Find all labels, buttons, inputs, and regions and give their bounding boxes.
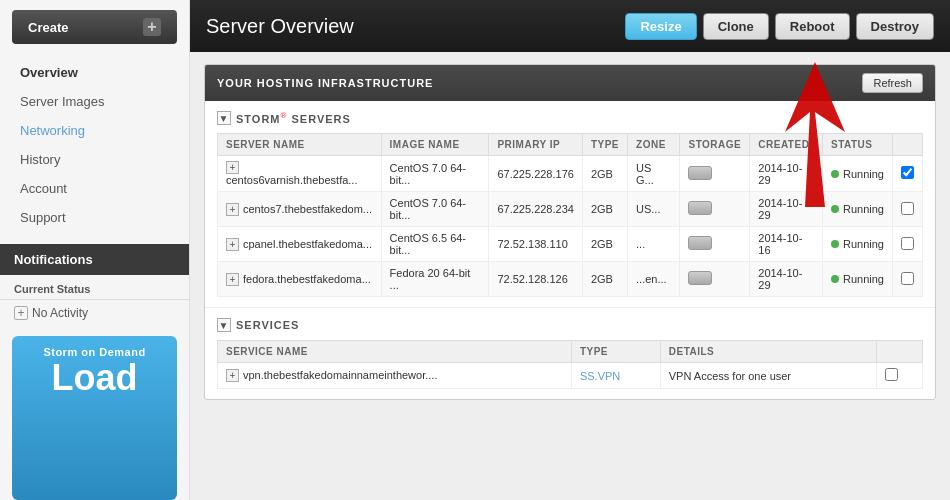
image-name-cell: Fedora 20 64-bit ... <box>381 262 489 297</box>
sidebar-nav: Overview Server Images Networking Histor… <box>0 54 189 236</box>
server-name-cell: +centos7.thebestfakedom... <box>218 192 382 227</box>
row-expand[interactable]: + <box>226 203 239 216</box>
page-title: Server Overview <box>206 15 354 38</box>
zone-cell: ... <box>628 227 680 262</box>
col-storage: STORAGE <box>680 134 750 156</box>
notifications-header: Notifications <box>0 244 189 275</box>
table-row: +fedora.thebestfakedoma... Fedora 20 64-… <box>218 262 923 297</box>
type-cell: 2GB <box>582 192 627 227</box>
image-name-cell: CentOS 6.5 64-bit... <box>381 227 489 262</box>
infra-title: YOUR HOSTING INFRASTRUCTURE <box>217 77 433 89</box>
current-status-label: Current Status <box>0 275 189 300</box>
sidebar-item-networking[interactable]: Networking <box>0 116 189 145</box>
clone-button[interactable]: Clone <box>703 13 769 40</box>
row-checkbox[interactable] <box>901 202 914 215</box>
status-dot <box>831 205 839 213</box>
row-checkbox[interactable] <box>901 166 914 179</box>
col-server-name: SERVER NAME <box>218 134 382 156</box>
create-plus-icon: + <box>143 18 161 36</box>
ip-cell: 72.52.128.126 <box>489 262 582 297</box>
service-checkbox[interactable] <box>885 368 898 381</box>
storage-icon <box>688 166 712 180</box>
created-cell: 2014-10-16 <box>750 227 823 262</box>
row-expand[interactable]: + <box>226 273 239 286</box>
table-row: +centos6varnish.thebestfa... CentOS 7.0 … <box>218 156 923 192</box>
status-dot <box>831 240 839 248</box>
storage-cell <box>680 262 750 297</box>
row-checkbox[interactable] <box>901 237 914 250</box>
status-cell: Running <box>822 262 892 297</box>
row-expand[interactable]: + <box>226 238 239 251</box>
col-service-name: SERVICE NAME <box>218 341 572 363</box>
main-header: Server Overview Resize Clone Reboot Dest… <box>190 0 950 52</box>
header-actions: Resize Clone Reboot Destroy <box>625 13 934 40</box>
image-name-cell: CentOS 7.0 64-bit... <box>381 156 489 192</box>
no-activity-expand[interactable]: + <box>14 306 28 320</box>
col-select <box>892 134 922 156</box>
checkbox-cell <box>892 192 922 227</box>
status-cell: Running <box>822 192 892 227</box>
zone-cell: ...en... <box>628 262 680 297</box>
resize-button[interactable]: Resize <box>625 13 696 40</box>
main-content: Server Overview Resize Clone Reboot Dest… <box>190 0 950 500</box>
ip-cell: 67.225.228.176 <box>489 156 582 192</box>
col-zone: ZONE <box>628 134 680 156</box>
sidebar-item-overview[interactable]: Overview <box>0 58 189 87</box>
col-status: STATUS <box>822 134 892 156</box>
storage-cell <box>680 192 750 227</box>
status-dot <box>831 170 839 178</box>
table-row: +centos7.thebestfakedom... CentOS 7.0 64… <box>218 192 923 227</box>
row-checkbox[interactable] <box>901 272 914 285</box>
checkbox-cell <box>892 227 922 262</box>
sidebar-item-account[interactable]: Account <box>0 174 189 203</box>
col-service-select <box>876 341 923 363</box>
col-primary-ip: PRIMARY IP <box>489 134 582 156</box>
type-cell: 2GB <box>582 262 627 297</box>
service-checkbox-cell <box>876 363 923 389</box>
sidebar: Create + Overview Server Images Networki… <box>0 0 190 500</box>
col-service-type: TYPE <box>571 341 660 363</box>
created-cell: 2014-10-29 <box>750 156 823 192</box>
table-row: +cpanel.thebestfakedoma... CentOS 6.5 64… <box>218 227 923 262</box>
refresh-button[interactable]: Refresh <box>862 73 923 93</box>
storage-icon <box>688 236 712 250</box>
ip-cell: 67.225.228.234 <box>489 192 582 227</box>
type-cell: 2GB <box>582 156 627 192</box>
reboot-button[interactable]: Reboot <box>775 13 850 40</box>
col-created: CREATED <box>750 134 823 156</box>
checkbox-cell <box>892 262 922 297</box>
storage-cell <box>680 227 750 262</box>
type-cell: 2GB <box>582 227 627 262</box>
status-cell: Running <box>822 156 892 192</box>
sidebar-item-history[interactable]: History <box>0 145 189 174</box>
col-type: TYPE <box>582 134 627 156</box>
no-activity: + No Activity <box>0 300 189 326</box>
created-cell: 2014-10-29 <box>750 262 823 297</box>
server-name-cell: +cpanel.thebestfakedoma... <box>218 227 382 262</box>
server-name-cell: +centos6varnish.thebestfa... <box>218 156 382 192</box>
table-row: +vpn.thebestfakedomainnameinthewor.... S… <box>218 363 923 389</box>
row-expand[interactable]: + <box>226 369 239 382</box>
create-button[interactable]: Create + <box>12 10 177 44</box>
services-section: ▼ SERVICES SERVICE NAME TYPE DETAILS <box>205 308 935 399</box>
storage-cell <box>680 156 750 192</box>
storm-banner: Storm on Demand Load <box>12 336 177 500</box>
storm-servers-section: ▼ STORM® SERVERS SERVER NAME IMAGE NAME … <box>205 101 935 308</box>
checkbox-cell <box>892 156 922 192</box>
storage-icon <box>688 201 712 215</box>
services-table: SERVICE NAME TYPE DETAILS +vpn.thebestfa… <box>217 340 923 389</box>
status-dot <box>831 275 839 283</box>
storm-toggle[interactable]: ▼ <box>217 111 231 125</box>
destroy-button[interactable]: Destroy <box>856 13 934 40</box>
storm-servers-title: ▼ STORM® SERVERS <box>217 111 923 125</box>
col-image-name: IMAGE NAME <box>381 134 489 156</box>
zone-cell: US G... <box>628 156 680 192</box>
col-service-details: DETAILS <box>660 341 876 363</box>
row-expand[interactable]: + <box>226 161 239 174</box>
sidebar-item-support[interactable]: Support <box>0 203 189 232</box>
sidebar-item-server-images[interactable]: Server Images <box>0 87 189 116</box>
server-name-cell: +fedora.thebestfakedoma... <box>218 262 382 297</box>
service-details-cell: VPN Access for one user <box>660 363 876 389</box>
services-toggle[interactable]: ▼ <box>217 318 231 332</box>
zone-cell: US... <box>628 192 680 227</box>
